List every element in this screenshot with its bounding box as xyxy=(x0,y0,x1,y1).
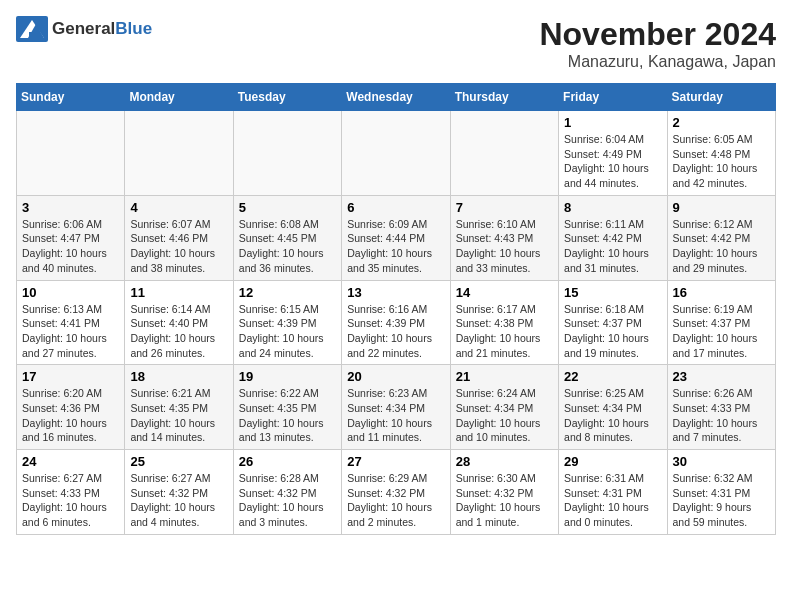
day-number: 23 xyxy=(673,369,770,384)
day-number: 10 xyxy=(22,285,119,300)
day-cell xyxy=(17,111,125,196)
day-number: 30 xyxy=(673,454,770,469)
day-info: Sunrise: 6:18 AM Sunset: 4:37 PM Dayligh… xyxy=(564,302,661,361)
title-area: November 2024 Manazuru, Kanagawa, Japan xyxy=(539,16,776,71)
day-number: 5 xyxy=(239,200,336,215)
day-number: 13 xyxy=(347,285,444,300)
logo-blue: Blue xyxy=(115,19,152,38)
day-cell: 12Sunrise: 6:15 AM Sunset: 4:39 PM Dayli… xyxy=(233,280,341,365)
day-info: Sunrise: 6:15 AM Sunset: 4:39 PM Dayligh… xyxy=(239,302,336,361)
day-number: 22 xyxy=(564,369,661,384)
day-number: 16 xyxy=(673,285,770,300)
day-number: 9 xyxy=(673,200,770,215)
day-info: Sunrise: 6:12 AM Sunset: 4:42 PM Dayligh… xyxy=(673,217,770,276)
day-cell: 5Sunrise: 6:08 AM Sunset: 4:45 PM Daylig… xyxy=(233,195,341,280)
day-cell: 16Sunrise: 6:19 AM Sunset: 4:37 PM Dayli… xyxy=(667,280,775,365)
day-info: Sunrise: 6:27 AM Sunset: 4:33 PM Dayligh… xyxy=(22,471,119,530)
day-cell: 10Sunrise: 6:13 AM Sunset: 4:41 PM Dayli… xyxy=(17,280,125,365)
day-info: Sunrise: 6:22 AM Sunset: 4:35 PM Dayligh… xyxy=(239,386,336,445)
day-number: 11 xyxy=(130,285,227,300)
day-info: Sunrise: 6:13 AM Sunset: 4:41 PM Dayligh… xyxy=(22,302,119,361)
day-info: Sunrise: 6:31 AM Sunset: 4:31 PM Dayligh… xyxy=(564,471,661,530)
day-info: Sunrise: 6:25 AM Sunset: 4:34 PM Dayligh… xyxy=(564,386,661,445)
day-info: Sunrise: 6:21 AM Sunset: 4:35 PM Dayligh… xyxy=(130,386,227,445)
day-number: 3 xyxy=(22,200,119,215)
day-cell: 2Sunrise: 6:05 AM Sunset: 4:48 PM Daylig… xyxy=(667,111,775,196)
day-info: Sunrise: 6:29 AM Sunset: 4:32 PM Dayligh… xyxy=(347,471,444,530)
day-number: 2 xyxy=(673,115,770,130)
day-cell: 21Sunrise: 6:24 AM Sunset: 4:34 PM Dayli… xyxy=(450,365,558,450)
logo-general: General xyxy=(52,19,115,38)
day-info: Sunrise: 6:19 AM Sunset: 4:37 PM Dayligh… xyxy=(673,302,770,361)
day-cell: 9Sunrise: 6:12 AM Sunset: 4:42 PM Daylig… xyxy=(667,195,775,280)
day-number: 29 xyxy=(564,454,661,469)
day-cell: 28Sunrise: 6:30 AM Sunset: 4:32 PM Dayli… xyxy=(450,450,558,535)
day-cell: 17Sunrise: 6:20 AM Sunset: 4:36 PM Dayli… xyxy=(17,365,125,450)
day-cell: 18Sunrise: 6:21 AM Sunset: 4:35 PM Dayli… xyxy=(125,365,233,450)
day-info: Sunrise: 6:32 AM Sunset: 4:31 PM Dayligh… xyxy=(673,471,770,530)
logo: GeneralBlue xyxy=(16,16,152,42)
day-number: 25 xyxy=(130,454,227,469)
header-cell-friday: Friday xyxy=(559,84,667,111)
day-cell: 6Sunrise: 6:09 AM Sunset: 4:44 PM Daylig… xyxy=(342,195,450,280)
day-cell: 14Sunrise: 6:17 AM Sunset: 4:38 PM Dayli… xyxy=(450,280,558,365)
header: GeneralBlue November 2024 Manazuru, Kana… xyxy=(16,16,776,71)
day-info: Sunrise: 6:20 AM Sunset: 4:36 PM Dayligh… xyxy=(22,386,119,445)
day-cell: 29Sunrise: 6:31 AM Sunset: 4:31 PM Dayli… xyxy=(559,450,667,535)
day-info: Sunrise: 6:16 AM Sunset: 4:39 PM Dayligh… xyxy=(347,302,444,361)
day-cell: 11Sunrise: 6:14 AM Sunset: 4:40 PM Dayli… xyxy=(125,280,233,365)
day-number: 8 xyxy=(564,200,661,215)
week-row-2: 10Sunrise: 6:13 AM Sunset: 4:41 PM Dayli… xyxy=(17,280,776,365)
logo-icon xyxy=(16,16,48,42)
day-cell: 7Sunrise: 6:10 AM Sunset: 4:43 PM Daylig… xyxy=(450,195,558,280)
day-number: 27 xyxy=(347,454,444,469)
week-row-4: 24Sunrise: 6:27 AM Sunset: 4:33 PM Dayli… xyxy=(17,450,776,535)
day-number: 21 xyxy=(456,369,553,384)
day-cell: 20Sunrise: 6:23 AM Sunset: 4:34 PM Dayli… xyxy=(342,365,450,450)
day-info: Sunrise: 6:11 AM Sunset: 4:42 PM Dayligh… xyxy=(564,217,661,276)
day-number: 4 xyxy=(130,200,227,215)
header-row: SundayMondayTuesdayWednesdayThursdayFrid… xyxy=(17,84,776,111)
day-number: 7 xyxy=(456,200,553,215)
day-number: 28 xyxy=(456,454,553,469)
day-cell: 8Sunrise: 6:11 AM Sunset: 4:42 PM Daylig… xyxy=(559,195,667,280)
day-info: Sunrise: 6:10 AM Sunset: 4:43 PM Dayligh… xyxy=(456,217,553,276)
day-number: 19 xyxy=(239,369,336,384)
header-cell-saturday: Saturday xyxy=(667,84,775,111)
header-cell-thursday: Thursday xyxy=(450,84,558,111)
day-info: Sunrise: 6:09 AM Sunset: 4:44 PM Dayligh… xyxy=(347,217,444,276)
day-info: Sunrise: 6:27 AM Sunset: 4:32 PM Dayligh… xyxy=(130,471,227,530)
day-cell: 30Sunrise: 6:32 AM Sunset: 4:31 PM Dayli… xyxy=(667,450,775,535)
day-info: Sunrise: 6:24 AM Sunset: 4:34 PM Dayligh… xyxy=(456,386,553,445)
day-cell: 1Sunrise: 6:04 AM Sunset: 4:49 PM Daylig… xyxy=(559,111,667,196)
day-cell: 19Sunrise: 6:22 AM Sunset: 4:35 PM Dayli… xyxy=(233,365,341,450)
day-info: Sunrise: 6:28 AM Sunset: 4:32 PM Dayligh… xyxy=(239,471,336,530)
day-info: Sunrise: 6:17 AM Sunset: 4:38 PM Dayligh… xyxy=(456,302,553,361)
day-info: Sunrise: 6:07 AM Sunset: 4:46 PM Dayligh… xyxy=(130,217,227,276)
day-cell: 24Sunrise: 6:27 AM Sunset: 4:33 PM Dayli… xyxy=(17,450,125,535)
day-info: Sunrise: 6:23 AM Sunset: 4:34 PM Dayligh… xyxy=(347,386,444,445)
day-cell: 4Sunrise: 6:07 AM Sunset: 4:46 PM Daylig… xyxy=(125,195,233,280)
day-number: 24 xyxy=(22,454,119,469)
day-info: Sunrise: 6:04 AM Sunset: 4:49 PM Dayligh… xyxy=(564,132,661,191)
day-cell xyxy=(233,111,341,196)
day-cell: 13Sunrise: 6:16 AM Sunset: 4:39 PM Dayli… xyxy=(342,280,450,365)
calendar-subtitle: Manazuru, Kanagawa, Japan xyxy=(539,53,776,71)
day-info: Sunrise: 6:06 AM Sunset: 4:47 PM Dayligh… xyxy=(22,217,119,276)
day-info: Sunrise: 6:30 AM Sunset: 4:32 PM Dayligh… xyxy=(456,471,553,530)
header-cell-sunday: Sunday xyxy=(17,84,125,111)
day-number: 14 xyxy=(456,285,553,300)
day-info: Sunrise: 6:26 AM Sunset: 4:33 PM Dayligh… xyxy=(673,386,770,445)
day-number: 1 xyxy=(564,115,661,130)
day-info: Sunrise: 6:14 AM Sunset: 4:40 PM Dayligh… xyxy=(130,302,227,361)
week-row-0: 1Sunrise: 6:04 AM Sunset: 4:49 PM Daylig… xyxy=(17,111,776,196)
header-cell-monday: Monday xyxy=(125,84,233,111)
week-row-3: 17Sunrise: 6:20 AM Sunset: 4:36 PM Dayli… xyxy=(17,365,776,450)
day-cell: 15Sunrise: 6:18 AM Sunset: 4:37 PM Dayli… xyxy=(559,280,667,365)
day-cell: 27Sunrise: 6:29 AM Sunset: 4:32 PM Dayli… xyxy=(342,450,450,535)
day-cell: 23Sunrise: 6:26 AM Sunset: 4:33 PM Dayli… xyxy=(667,365,775,450)
day-info: Sunrise: 6:08 AM Sunset: 4:45 PM Dayligh… xyxy=(239,217,336,276)
day-number: 12 xyxy=(239,285,336,300)
day-number: 18 xyxy=(130,369,227,384)
day-cell xyxy=(342,111,450,196)
